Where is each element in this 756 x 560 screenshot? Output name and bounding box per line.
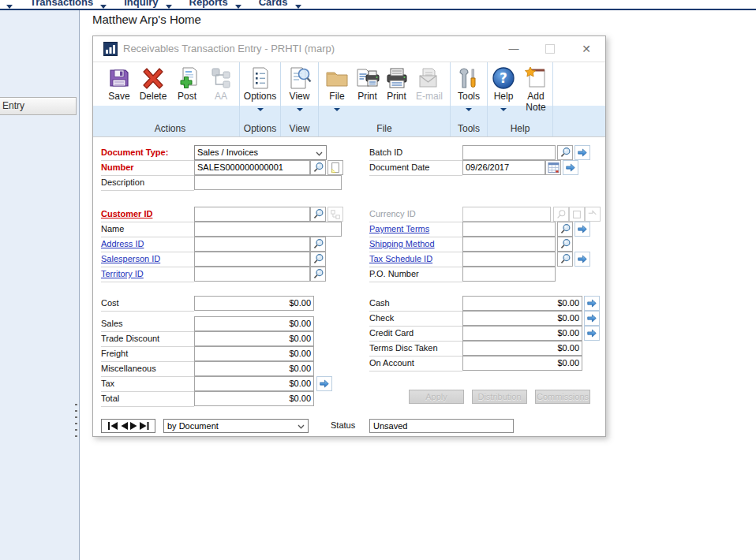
calendar-button[interactable] [545,160,561,175]
help-button[interactable]: ? Help [488,62,519,113]
tax-schedule-id-link[interactable]: Tax Schedule ID [369,252,462,267]
customer-id-field[interactable] [194,207,310,222]
menu-cards[interactable]: Cards [259,0,288,8]
batch-id-lookup-button[interactable] [557,145,573,160]
address-id-link[interactable]: Address ID [101,237,194,252]
cost-field[interactable]: $0.00 [194,296,314,311]
document-type-value: Sales / Invoices [197,147,258,157]
document-date-field[interactable]: 09/26/2017 [462,160,545,175]
receivables-transaction-entry-window: Receivables Transaction Entry - PRHTI (m… [92,35,606,437]
description-label: Description [101,175,194,191]
sales-field[interactable]: $0.00 [194,316,314,331]
trade-discount-field[interactable]: $0.00 [194,331,314,346]
number-lookup-button[interactable] [310,160,326,175]
payment-terms-expand-button[interactable] [574,222,590,237]
options-label: Options [244,91,276,103]
minimize-button[interactable]: — [500,36,527,61]
salesperson-id-field[interactable] [194,252,310,267]
lookup-icon [313,253,324,265]
tax-field[interactable]: $0.00 [194,376,314,391]
cash-expand-button[interactable] [584,296,600,311]
number-field[interactable]: SALES000000000001 [194,160,310,175]
tools-button[interactable]: Tools [451,62,487,111]
document-date-expand-button[interactable] [563,160,578,175]
name-field[interactable] [194,222,342,237]
currency-id-label: Currency ID [369,207,462,222]
add-note-button[interactable]: Add Note [519,62,552,113]
view-by-select[interactable]: by Document [163,419,309,433]
sidebar-item-entry[interactable]: Entry [0,97,77,115]
distribution-button: Distribution [472,390,527,404]
po-number-label: P.O. Number [369,267,462,282]
document-type-select[interactable]: Sales / Invoices [194,145,327,160]
lookup-icon [560,223,571,235]
credit-card-field[interactable]: $0.00 [462,326,582,341]
tax-schedule-expand-button[interactable] [574,252,590,267]
delete-button[interactable]: Delete [137,62,170,103]
on-account-field[interactable]: $0.00 [462,356,582,371]
save-button[interactable]: Save [103,62,137,103]
description-field[interactable] [194,175,342,190]
batch-id-expand-button[interactable] [574,145,590,160]
tax-label: Tax [101,376,194,392]
total-field[interactable]: $0.00 [194,391,314,406]
tax-schedule-id-field[interactable] [462,252,556,267]
aa-label: AA [215,91,227,103]
cost-label: Cost [101,296,194,312]
trade-discount-label: Trade Discount [101,331,194,347]
toolbar-group-tools: Tools Tools [451,62,488,136]
options-button[interactable]: Options [241,62,280,111]
post-button[interactable]: Post [170,62,204,103]
territory-id-lookup-button[interactable] [310,267,326,282]
chevron-down-icon[interactable] [6,5,13,9]
salesperson-id-lookup-button[interactable] [310,252,326,267]
salesperson-id-link[interactable]: Salesperson ID [101,252,194,267]
currency-lookup-disabled-button [553,207,569,222]
aa-button: AA [204,62,238,103]
territory-id-link[interactable]: Territory ID [101,267,194,282]
number-note-button[interactable] [327,160,343,175]
payment-terms-lookup-button[interactable] [557,222,573,237]
shipping-method-lookup-button[interactable] [557,237,573,252]
file-button[interactable]: File [321,62,353,111]
cash-field[interactable]: $0.00 [462,296,582,311]
folder-icon [324,65,350,91]
view-button[interactable]: View [282,62,318,111]
chevron-down-icon[interactable] [295,5,301,9]
address-id-field[interactable] [194,237,310,252]
chevron-down-icon[interactable] [100,5,107,9]
check-field[interactable]: $0.00 [462,311,582,326]
payment-terms-link[interactable]: Payment Terms [369,222,462,237]
shipping-method-link[interactable]: Shipping Method [369,237,462,252]
close-button[interactable]: ✕ [573,36,600,61]
chevron-down-icon[interactable] [235,5,241,9]
menu-transactions[interactable]: Transactions [30,0,93,8]
print-button[interactable]: Print [353,62,382,111]
po-number-field[interactable] [462,267,556,282]
freight-field[interactable]: $0.00 [194,346,314,361]
check-expand-button[interactable] [584,311,600,326]
customer-id-lookup-button[interactable] [310,207,326,222]
customer-id-link[interactable]: Customer ID [101,207,194,222]
terms-disc-taken-field[interactable]: $0.00 [462,341,582,356]
maximize-button[interactable] [537,36,563,61]
group-label-file: File [319,123,450,134]
document-type-label: Document Type: [101,145,194,161]
menu-inquiry[interactable]: Inquiry [124,0,158,8]
address-id-lookup-button[interactable] [310,237,326,252]
tax-expand-button[interactable] [316,376,332,391]
maximize-icon [545,44,555,54]
tax-schedule-lookup-button[interactable] [557,252,573,267]
splitter-handle[interactable] [75,404,77,439]
chevron-down-icon[interactable] [166,5,172,9]
print-button-2[interactable]: Print [382,62,411,111]
miscellaneous-field[interactable]: $0.00 [194,361,314,376]
freight-label: Freight [101,346,194,362]
territory-id-field[interactable] [194,267,310,282]
shipping-method-field[interactable] [462,237,556,252]
payment-terms-field[interactable] [462,222,556,237]
batch-id-field[interactable] [462,145,556,160]
credit-card-expand-button[interactable] [584,326,600,341]
record-navigation[interactable] [101,419,155,433]
menu-reports[interactable]: Reports [189,0,228,8]
